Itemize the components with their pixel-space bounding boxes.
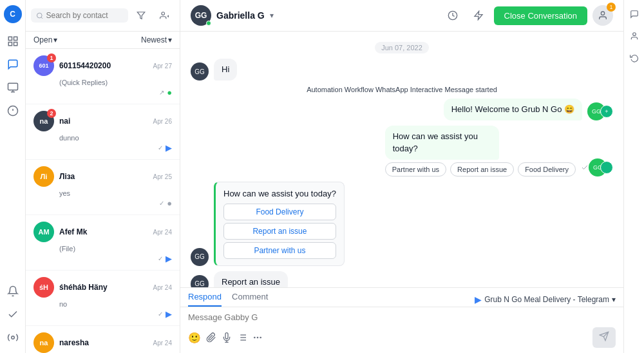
message-bubble: How can we assist you today? <box>385 126 500 159</box>
svg-rect-0 <box>8 37 12 40</box>
clock-icon[interactable] <box>442 5 463 26</box>
card-btn-report[interactable]: Report an issue <box>223 223 336 240</box>
conversation-list: 601 1 601154420200 Apr 27 (Quick Replies… <box>26 49 180 353</box>
system-message: Automation Workflow WhatsApp Interactive… <box>307 86 497 93</box>
agent-avatar-group: GG + <box>587 102 613 120</box>
rp-refresh-icon[interactable] <box>625 49 643 67</box>
message-bubble: Report an issue <box>214 271 288 287</box>
quick-reply-partner[interactable]: Partner with us <box>385 162 446 176</box>
online-indicator <box>206 21 211 26</box>
read-checkmark-icon: ✓ <box>158 310 163 318</box>
more-icon[interactable] <box>252 332 263 343</box>
contact-message-avatar: GG <box>191 275 209 287</box>
svg-line-12 <box>41 17 43 18</box>
interactive-card: How can we assist you today? Food Delive… <box>214 182 345 266</box>
list-item[interactable]: 601 1 601154420200 Apr 27 (Quick Replies… <box>26 49 180 104</box>
date-divider: Jun 07, 2022 <box>375 42 429 53</box>
search-icon <box>36 12 44 20</box>
send-button[interactable] <box>592 327 616 348</box>
channel-chevron-icon[interactable]: ▾ <box>612 295 616 304</box>
quick-reply-food[interactable]: Food Delivery <box>518 162 576 176</box>
avatar: śH <box>33 277 54 298</box>
lightning-icon[interactable] <box>468 5 489 26</box>
avatar: na 2 <box>33 111 54 131</box>
search-input-wrap[interactable] <box>31 8 128 23</box>
list-item[interactable]: śH śhéháb Häny Apr 24 no ✓ ▶ <box>26 271 180 326</box>
channel-icon: ▶ <box>166 254 172 263</box>
footer-tabs: Respond Comment ▶ Grub N Go Meal Deliver… <box>180 288 623 307</box>
list-item[interactable]: na naresha Apr 24 yes ✓ ▶ <box>26 326 180 353</box>
tab-respond[interactable]: Respond <box>188 292 222 307</box>
read-receipt-icon <box>581 164 589 171</box>
filter-icon[interactable] <box>131 5 151 26</box>
svg-point-30 <box>254 337 255 338</box>
nav-notifications-icon[interactable] <box>3 281 23 301</box>
card-btn-partner[interactable]: Partner with us <box>223 242 336 259</box>
open-filter-btn[interactable]: Open ▾ <box>33 35 57 44</box>
avatar: na <box>33 332 54 353</box>
message-row: GG How can we assist you today? Food Del… <box>191 182 613 266</box>
svg-marker-18 <box>475 11 482 19</box>
rp-person-icon[interactable] <box>625 27 643 45</box>
app-avatar[interactable]: C <box>4 5 22 23</box>
footer-input-area <box>180 307 623 327</box>
message-row: GG Report an issue <box>191 271 613 287</box>
left-nav: C <box>0 0 26 353</box>
svg-rect-3 <box>14 43 17 46</box>
message-input[interactable] <box>188 312 616 322</box>
svg-point-33 <box>632 33 636 36</box>
nav-home-icon[interactable] <box>3 31 23 52</box>
chat-header: GG Gabriella G ▾ Close Conversation 1 <box>180 0 623 32</box>
rp-conversations-icon[interactable] <box>625 5 643 23</box>
nav-check-icon[interactable] <box>3 304 23 325</box>
quick-reply-report[interactable]: Report an issue <box>450 162 514 176</box>
contact-avatar: GG <box>191 5 211 26</box>
channel-icon: ▶ <box>166 309 172 319</box>
nav-conversations-icon[interactable] <box>3 54 23 75</box>
search-input[interactable] <box>46 11 124 20</box>
svg-rect-1 <box>14 37 17 40</box>
message-row: How can we assist you today? Partner wit… <box>191 126 613 176</box>
channel-icon: ● <box>167 88 172 97</box>
right-panel <box>623 0 644 353</box>
nav-settings-icon[interactable] <box>3 327 23 348</box>
channel-icon: ● <box>167 198 172 208</box>
avatar: AM <box>33 222 54 242</box>
message-row: Hello! Welcome to Grub N Go 😄 GG + <box>191 99 613 120</box>
svg-point-10 <box>11 336 14 339</box>
attachment-icon[interactable] <box>206 332 216 343</box>
sort-btn[interactable]: Newest ▾ <box>141 35 172 44</box>
contact-name: Gabriella G <box>216 10 265 21</box>
sidebar-filters: Open ▾ Newest ▾ <box>26 32 180 49</box>
svg-point-11 <box>37 13 42 18</box>
close-conversation-button[interactable]: Close Conversation <box>494 6 587 25</box>
tab-comment[interactable]: Comment <box>232 292 268 307</box>
nav-reports-icon[interactable] <box>3 100 23 121</box>
contact-chevron-icon[interactable]: ▾ <box>270 11 274 20</box>
message-bubble: Hello! Welcome to Grub N Go 😄 <box>444 99 582 120</box>
chat-main: GG Gabriella G ▾ Close Conversation 1 Ju… <box>180 0 623 353</box>
read-checkmark-icon: ✓ <box>159 200 164 207</box>
emoji-icon[interactable]: 🙂 <box>188 332 201 344</box>
message-bubble: Hi <box>214 59 237 81</box>
channel-icon: ▶ <box>166 143 172 153</box>
list-item[interactable]: Лі Ліза Apr 25 yes ✓ ● <box>26 160 180 215</box>
svg-point-19 <box>601 12 604 15</box>
svg-point-28 <box>257 337 258 338</box>
quick-replies: Partner with us Report an issue Food Del… <box>385 162 576 176</box>
nav-contacts-icon[interactable] <box>3 77 23 98</box>
avatar: 601 1 <box>33 55 54 76</box>
contact-message-avatar: GG <box>191 248 209 266</box>
svg-point-29 <box>260 337 261 338</box>
avatar: Лі <box>33 166 54 187</box>
read-checkmark-icon: ↗ <box>159 89 164 96</box>
footer-channel: ▶ Grub N Go Meal Delivery - Telegram ▾ <box>475 292 616 307</box>
add-conversation-icon[interactable] <box>154 5 175 26</box>
audio-icon[interactable] <box>222 332 232 343</box>
footer-actions: 🙂 <box>180 327 623 353</box>
list-icon[interactable] <box>237 332 247 343</box>
list-item[interactable]: AM Afef Mk Apr 24 (File) ✓ ▶ <box>26 215 180 271</box>
read-checkmark-icon: ✓ <box>158 144 163 151</box>
card-btn-food[interactable]: Food Delivery <box>223 204 336 220</box>
list-item[interactable]: na 2 nai Apr 26 dunno ✓ ▶ <box>26 104 180 160</box>
